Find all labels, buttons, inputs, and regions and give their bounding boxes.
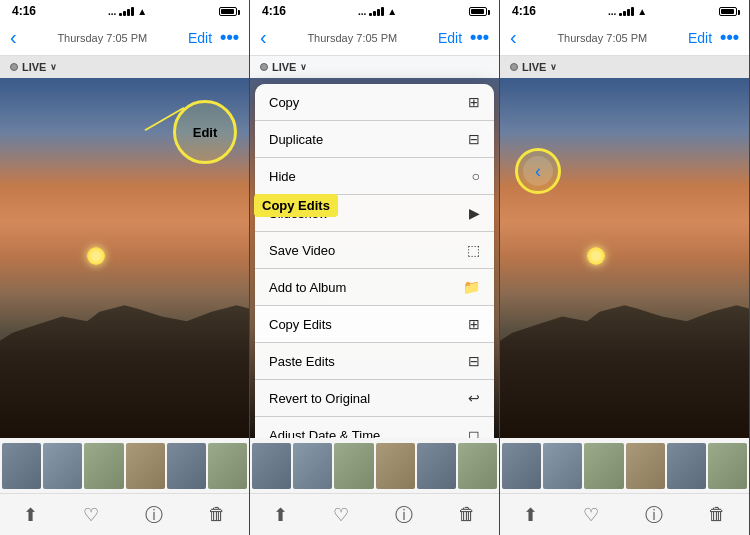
nav-bar-2: ‹ Thursday 7:05 PM Edit ••• — [250, 20, 499, 56]
bottom-toolbar-3: ⬆ ♡ ⓘ 🗑 — [500, 493, 749, 535]
battery-icon-3 — [719, 7, 737, 16]
menu-duplicate-label: Duplicate — [269, 132, 323, 147]
bar1-3 — [619, 13, 622, 16]
more-button-1[interactable]: ••• — [220, 27, 239, 48]
signal-3 — [619, 7, 634, 16]
thumb-2 — [43, 443, 82, 489]
live-text-2: LIVE — [272, 61, 296, 73]
thumb-2-2 — [293, 443, 332, 489]
menu-copyedits-label: Copy Edits — [269, 317, 332, 332]
live-dot-2 — [260, 63, 268, 71]
thumb-3-6 — [708, 443, 747, 489]
thumb-3-4 — [626, 443, 665, 489]
heart-icon-1[interactable]: ♡ — [83, 504, 99, 526]
bar4-3 — [631, 7, 634, 16]
edit-button-3[interactable]: Edit — [688, 30, 712, 46]
back-btn-visual[interactable]: ‹ — [523, 156, 553, 186]
panel2-photo-area: LIVE ∨ Copy Edits Copy ⊞ Duplicate ⊟ Hid… — [250, 56, 499, 438]
bottom-toolbar-1: ⬆ ♡ ⓘ 🗑 — [0, 493, 249, 535]
thumb-3-2 — [543, 443, 582, 489]
thumb-4 — [126, 443, 165, 489]
status-bar-1: 4:16 ... ▲ — [0, 0, 249, 20]
time-1: 4:16 — [12, 4, 36, 18]
battery-area-3 — [719, 7, 737, 16]
more-button-3[interactable]: ••• — [720, 27, 739, 48]
menu-revert-label: Revert to Original — [269, 391, 370, 406]
menu-item-copy[interactable]: Copy ⊞ — [255, 84, 494, 121]
live-chevron-1: ∨ — [50, 62, 57, 72]
menu-item-hide[interactable]: Hide ○ — [255, 158, 494, 195]
trash-icon-1[interactable]: 🗑 — [208, 504, 226, 525]
live-bar-3: LIVE ∨ — [500, 56, 749, 78]
battery-area-1 — [219, 7, 237, 16]
live-chevron-3: ∨ — [550, 62, 557, 72]
info-icon-1[interactable]: ⓘ — [145, 503, 163, 527]
menu-pasteedits-icon: ⊟ — [468, 353, 480, 369]
battery-fill-3 — [721, 9, 734, 14]
thumb-5 — [167, 443, 206, 489]
bar2-2 — [373, 11, 376, 16]
bar3 — [127, 9, 130, 16]
carrier-dots-2: ... — [358, 6, 366, 17]
menu-item-revert[interactable]: Revert to Original ↩ — [255, 380, 494, 417]
time-3: 4:16 — [512, 4, 536, 18]
menu-duplicate-icon: ⊟ — [468, 131, 480, 147]
more-button-2[interactable]: ••• — [470, 27, 489, 48]
menu-revert-icon: ↩ — [468, 390, 480, 406]
nav-datetime-1: Thursday 7:05 PM — [57, 32, 147, 44]
edit-button-1[interactable]: Edit — [188, 30, 212, 46]
panel-3: 4:16 ... ▲ ‹ Thursday 7:05 PM Edit ••• — [500, 0, 750, 535]
thumb-strip-1 — [0, 438, 249, 493]
menu-item-duplicate[interactable]: Duplicate ⊟ — [255, 121, 494, 158]
back-button-1[interactable]: ‹ — [10, 26, 17, 49]
share-icon-1[interactable]: ⬆ — [23, 504, 38, 526]
carrier-info-3: ... ▲ — [608, 6, 647, 17]
menu-item-addalbum[interactable]: Add to Album 📁 — [255, 269, 494, 306]
nav-bar-3: ‹ Thursday 7:05 PM Edit ••• — [500, 20, 749, 56]
bar2 — [123, 11, 126, 16]
wifi-icon-1: ▲ — [137, 6, 147, 17]
info-icon-2[interactable]: ⓘ — [395, 503, 413, 527]
edit-button-2[interactable]: Edit — [438, 30, 462, 46]
bar3-2 — [377, 9, 380, 16]
nav-actions-1: Edit ••• — [188, 27, 239, 48]
back-button-3[interactable]: ‹ — [510, 26, 517, 49]
menu-addalbum-icon: 📁 — [463, 279, 480, 295]
menu-item-copyedits[interactable]: Copy Edits ⊞ — [255, 306, 494, 343]
carrier-dots-1: ... — [108, 6, 116, 17]
thumb-2-4 — [376, 443, 415, 489]
menu-item-datetime[interactable]: Adjust Date & Time ◻ — [255, 417, 494, 438]
nav-actions-3: Edit ••• — [688, 27, 739, 48]
thumb-3-1 — [502, 443, 541, 489]
share-icon-2[interactable]: ⬆ — [273, 504, 288, 526]
trash-icon-3[interactable]: 🗑 — [708, 504, 726, 525]
trash-icon-2[interactable]: 🗑 — [458, 504, 476, 525]
thumb-6 — [208, 443, 247, 489]
back-chevron-icon: ‹ — [535, 161, 541, 182]
heart-icon-2[interactable]: ♡ — [333, 504, 349, 526]
heart-icon-3[interactable]: ♡ — [583, 504, 599, 526]
bar2-3 — [623, 11, 626, 16]
menu-item-pasteedits[interactable]: Paste Edits ⊟ — [255, 343, 494, 380]
bottom-toolbar-2: ⬆ ♡ ⓘ 🗑 — [250, 493, 499, 535]
photo-area-3: ‹ — [500, 78, 749, 438]
back-button-2[interactable]: ‹ — [260, 26, 267, 49]
menu-datetime-icon: ◻ — [468, 427, 480, 438]
context-menu: Copy ⊞ Duplicate ⊟ Hide ○ Slideshow ▶ Sa… — [255, 84, 494, 438]
battery-area-2 — [469, 7, 487, 16]
share-icon-3[interactable]: ⬆ — [523, 504, 538, 526]
menu-item-savevideo[interactable]: Save Video ⬚ — [255, 232, 494, 269]
panel-2: 4:16 ... ▲ ‹ Thursday 7:05 PM Edit ••• — [250, 0, 500, 535]
bar3-3 — [627, 9, 630, 16]
battery-icon-1 — [219, 7, 237, 16]
battery-icon-2 — [469, 7, 487, 16]
thumb-strip-3 — [500, 438, 749, 493]
panel-1: 4:16 ... ▲ ‹ Thursday 7:05 PM Edit ••• — [0, 0, 250, 535]
info-icon-3[interactable]: ⓘ — [645, 503, 663, 527]
status-bar-2: 4:16 ... ▲ — [250, 0, 499, 20]
edit-annotation-label: Edit — [193, 125, 218, 140]
thumb-2-5 — [417, 443, 456, 489]
live-bar-1: LIVE ∨ — [0, 56, 249, 78]
status-bar-3: 4:16 ... ▲ — [500, 0, 749, 20]
bar4 — [131, 7, 134, 16]
